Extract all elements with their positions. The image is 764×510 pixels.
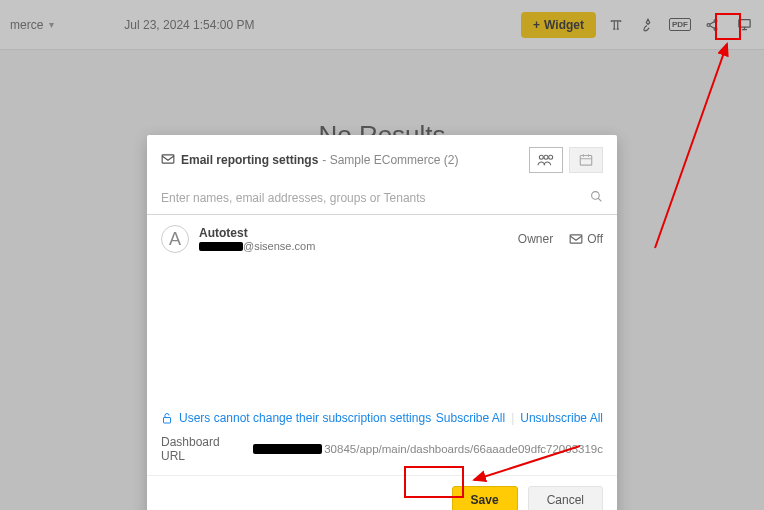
svg-point-5 <box>539 155 543 159</box>
search-icon[interactable] <box>590 190 603 206</box>
save-button[interactable]: Save <box>452 486 518 510</box>
svg-rect-8 <box>580 156 591 166</box>
recipient-name: Autotest <box>199 226 315 240</box>
recipient-row: A Autotest @sisense.com Owner Off <box>147 215 617 263</box>
modal-overlay: Email reporting settings - Sample EComme… <box>0 0 764 510</box>
modal-title: Email reporting settings <box>181 153 318 167</box>
dashboard-url-label: Dashboard URL <box>161 435 243 463</box>
subscribe-all-link[interactable]: Subscribe All <box>436 411 505 425</box>
modal-subtitle: - Sample ECommerce (2) <box>322 153 458 167</box>
people-tab-icon[interactable] <box>529 147 563 173</box>
svg-rect-11 <box>164 417 171 423</box>
subscription-status: Off <box>587 232 603 246</box>
svg-point-6 <box>544 155 548 159</box>
svg-point-9 <box>592 192 600 200</box>
subscription-toggle[interactable]: Off <box>569 232 603 246</box>
recipient-search-input[interactable] <box>161 191 590 205</box>
recipient-email: @sisense.com <box>199 240 315 252</box>
unsubscribe-all-link[interactable]: Unsubscribe All <box>520 411 603 425</box>
lock-subscription-link[interactable]: Users cannot change their subscription s… <box>161 411 431 425</box>
schedule-tab-icon[interactable] <box>569 147 603 173</box>
avatar: A <box>161 225 189 253</box>
email-reporting-modal: Email reporting settings - Sample EComme… <box>147 135 617 510</box>
svg-rect-4 <box>162 154 174 162</box>
svg-point-7 <box>549 155 553 159</box>
envelope-icon <box>161 153 175 168</box>
svg-rect-10 <box>570 235 582 243</box>
cancel-button[interactable]: Cancel <box>528 486 603 510</box>
recipient-role: Owner <box>518 232 553 246</box>
dashboard-url-value: 30845/app/main/dashboards/66aaade09dfc72… <box>253 443 603 455</box>
